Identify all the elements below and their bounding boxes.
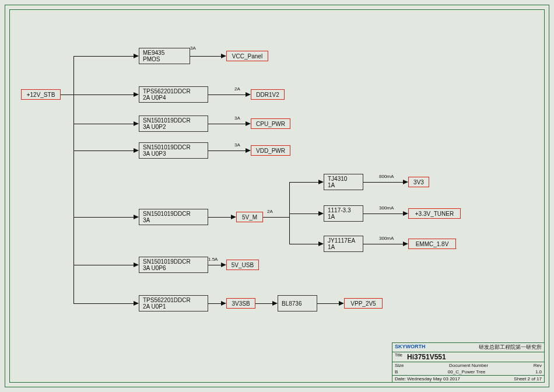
wire-bus-v (73, 56, 74, 303)
w-tj-out (363, 182, 403, 183)
tb-sheet-of: of (531, 376, 535, 382)
w-tps01-h (73, 303, 134, 304)
a-3v3sb-out (272, 301, 278, 306)
l-sn06-amp: 1.5A (208, 257, 218, 262)
a-tps04-out (246, 92, 251, 97)
w-3v3sb-out (255, 303, 272, 304)
l-tps04-amp: 2A (234, 86, 240, 92)
block-bl8736: BL8736 (278, 295, 317, 312)
tb-title: Hi3751V551 (402, 353, 542, 361)
a-sn02-out (246, 121, 251, 126)
l-me9435-amp: 3A (190, 46, 196, 51)
a-5vm-b1 (318, 180, 324, 184)
tb-date-label: Date: (395, 376, 406, 382)
me9435-l1: ME9435 (143, 50, 190, 56)
sn3a-l2: 3A (143, 217, 208, 223)
w-5vm-bus-v (289, 182, 290, 244)
block-sn02: SN1501019DDCR 3A U0P2 (139, 116, 208, 132)
out-vdd-pwr: VDD_PWR (251, 145, 290, 156)
tj4310-l2: 1A (328, 182, 363, 188)
a-tps01-out (221, 301, 226, 306)
a-sn06-out (221, 262, 226, 267)
a-1117-out (403, 211, 408, 216)
w-jy-out (363, 244, 403, 244)
tps04-l1: TPS562201DDCR (143, 88, 208, 94)
out-33tuner: +3.3V_TUNER (408, 208, 461, 219)
1117-l1: 1117-3.3 (328, 207, 363, 214)
jy1117-l2: 1A (328, 244, 363, 250)
sn3a-l1: SN1501019DDCR (143, 211, 208, 217)
1117-l2: 1A (328, 214, 363, 220)
tb-docnum: 00_C_Power Tree (398, 369, 535, 374)
l-sn3a-amp: 2A (267, 209, 273, 214)
out-5vm: 5V_M (236, 212, 263, 222)
a-tps01 (134, 301, 139, 306)
tb-docnum-label: Document Number (449, 363, 488, 368)
w-5vm-out (263, 217, 289, 218)
block-tps04: TPS562201DDCR 2A U0P4 (139, 86, 208, 103)
w-me9435-h (73, 56, 134, 57)
block-jy1117: JY1117EA 1A (324, 236, 363, 252)
tb-rev-label: Rev (534, 363, 542, 368)
me9435-l2: PMOS (143, 56, 190, 62)
tb-logo: SKYWORTH (395, 344, 426, 351)
block-tps01: TPS562201DDCR 2A U0P1 (139, 295, 208, 312)
sn02-l1: SN1501019DDCR (143, 117, 208, 124)
tps01-l1: TPS562201DDCR (143, 297, 208, 303)
out-vcc-panel: VCC_Panel (226, 51, 268, 61)
tps04-l2: 2A U0P4 (143, 94, 208, 101)
w-5vm-b1 (289, 182, 318, 183)
w-sn3a-h (73, 217, 134, 218)
tb-sheet-cur: 2 (528, 376, 530, 382)
block-1117: 1117-3.3 1A (324, 205, 363, 222)
w-5vm-b2 (289, 214, 318, 214)
w-sn06-out (208, 265, 221, 265)
w-sn03-out (208, 150, 246, 151)
a-tj-out (403, 180, 408, 184)
outer-frame-2 (9, 9, 545, 383)
w-1117-out (363, 214, 403, 214)
l-1117-amp: 300mA (379, 205, 394, 211)
l-tj-amp: 800mA (379, 174, 394, 179)
w-sn06-h (73, 265, 134, 265)
tb-date: Wednesday May 03 2017 (407, 376, 460, 382)
tb-size-label: Size (395, 363, 404, 368)
out-5vusb: 5V_USB (226, 260, 259, 270)
w-sn02-out (208, 124, 246, 124)
w-5vm-b3 (289, 244, 318, 244)
block-sn06: SN1501019DDCR 3A U0P6 (139, 257, 208, 273)
a-sn06 (134, 262, 139, 267)
a-sn03-out (246, 148, 251, 153)
block-sn3a: SN1501019DDCR 3A (139, 209, 208, 225)
out-emmc18: EMMC_1.8V (408, 239, 456, 249)
l-jy-amp: 300mA (379, 236, 394, 241)
w-bl-out (317, 303, 339, 304)
w-tps04-h (73, 94, 134, 95)
w-sn03-h (73, 150, 134, 151)
block-me9435: ME9435 PMOS (139, 48, 190, 64)
out-3v3: 3V3 (408, 177, 429, 187)
sn06-l1: SN1501019DDCR (143, 258, 208, 265)
a-sn3a (134, 215, 139, 219)
title-block: SKYWORTH 研发总部工程院第一研究所 Title Hi3751V551 S… (392, 342, 545, 383)
a-tps04 (134, 92, 139, 97)
a-sn3a-out (231, 215, 236, 219)
tb-title-label: Title (395, 353, 402, 361)
wire-stb-out (61, 94, 73, 95)
l-sn02-amp: 3A (234, 116, 240, 121)
l-sn03-amp: 3A (234, 142, 240, 148)
a-5vm-b3 (318, 242, 324, 246)
w-tps01-out (208, 303, 221, 304)
a-sn03 (134, 148, 139, 153)
w-tps04-out (208, 94, 246, 95)
out-cpu-pwr: CPU_PWR (251, 118, 290, 129)
source-12v-stb: +12V_STB (21, 89, 61, 100)
tb-sheet-total: 17 (537, 376, 542, 382)
tj4310-l1: TJ4310 (328, 176, 363, 182)
block-sn03: SN1501019DDCR 3A U0P3 (139, 142, 208, 159)
w-sn02-h (73, 124, 134, 124)
sn02-l2: 3A U0P2 (143, 124, 208, 130)
a-jy-out (403, 242, 408, 246)
tb-sheet-label: Sheet (514, 376, 526, 382)
out-ddr1v2: DDR1V2 (251, 89, 285, 100)
